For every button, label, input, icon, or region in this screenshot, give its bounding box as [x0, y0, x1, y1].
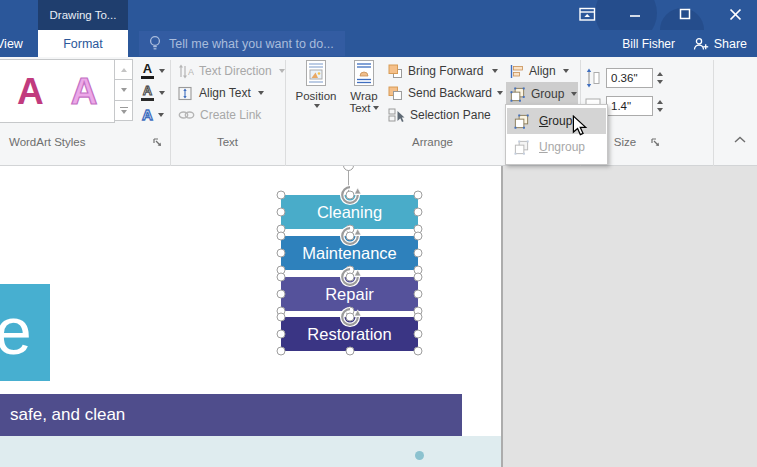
- rotate-handle-icon[interactable]: [339, 184, 361, 206]
- tab-format-active[interactable]: Format: [38, 30, 128, 57]
- rotate-handle-icon[interactable]: [339, 225, 361, 247]
- ribbon-display-options-button[interactable]: [567, 0, 607, 28]
- tell-me-box[interactable]: Tell me what you want to do...: [139, 31, 345, 56]
- selection-handle[interactable]: [414, 208, 423, 217]
- link-icon: [178, 109, 195, 121]
- text-fill-button[interactable]: A: [138, 61, 168, 81]
- wordart-style-gallery[interactable]: A A: [0, 59, 115, 123]
- gallery-more-button[interactable]: [114, 101, 133, 121]
- shape-height-icon: [584, 68, 602, 88]
- dropdown-caret: [158, 113, 164, 117]
- dropdown-caret: [314, 104, 320, 108]
- bring-forward-label: Bring Forward: [408, 64, 483, 78]
- tab-view[interactable]: View: [0, 30, 30, 57]
- group-button-label: Group: [531, 87, 564, 101]
- shape-height-input[interactable]: [606, 68, 653, 88]
- wordart-style-sample-1[interactable]: A: [17, 73, 44, 110]
- dropdown-caret: [497, 91, 503, 95]
- rotate-handle-icon[interactable]: [339, 266, 361, 288]
- selection-handle[interactable]: [277, 191, 286, 200]
- size-dialog-launcher[interactable]: [650, 137, 661, 148]
- selection-handle[interactable]: [414, 191, 423, 200]
- selection-handle[interactable]: [414, 313, 423, 322]
- selection-handle[interactable]: [277, 249, 286, 258]
- banner-shape[interactable]: safe, and clean: [0, 394, 462, 436]
- text-direction-button[interactable]: A Text Direction: [178, 62, 285, 80]
- menu-item-group-label: Group: [539, 114, 572, 128]
- bottom-strip-shape[interactable]: [0, 436, 501, 467]
- ungroup-objects-icon: [513, 139, 530, 156]
- selection-handle[interactable]: [345, 347, 354, 356]
- spin-up-icon[interactable]: [657, 100, 663, 104]
- dropdown-caret: [258, 91, 264, 95]
- minimize-button[interactable]: [615, 0, 655, 28]
- spin-down-icon[interactable]: [657, 80, 663, 84]
- document-area[interactable]: Cleaning Maintenance Repair R: [0, 166, 757, 467]
- selection-handle[interactable]: [414, 347, 423, 356]
- shape-maintenance[interactable]: Maintenance: [281, 236, 418, 270]
- shape-width-input[interactable]: [606, 96, 653, 116]
- selection-pane-button[interactable]: Selection Pane: [388, 106, 491, 124]
- mouse-cursor: [570, 115, 590, 137]
- bring-forward-button[interactable]: Bring Forward: [388, 62, 498, 80]
- selection-handle[interactable]: [277, 290, 286, 299]
- selection-handle[interactable]: [277, 347, 286, 356]
- selection-handle[interactable]: [277, 208, 286, 217]
- gallery-scroll-down-button[interactable]: [114, 80, 133, 100]
- dropdown-caret: [373, 106, 379, 110]
- close-button[interactable]: [715, 0, 755, 28]
- group-label-text: Text: [170, 136, 285, 148]
- up-arrow-icon: [121, 68, 127, 72]
- selection-handle[interactable]: [414, 290, 423, 299]
- send-backward-label: Send Backward: [408, 86, 492, 100]
- bring-forward-icon: [388, 64, 403, 79]
- shape-cleaning[interactable]: Cleaning: [281, 195, 418, 229]
- text-effects-button[interactable]: A: [138, 105, 168, 125]
- group-label-wordart-styles: WordArt Styles: [9, 136, 85, 148]
- word-window: Drawing To... V: [0, 0, 757, 467]
- text-outline-button[interactable]: A: [138, 83, 168, 103]
- contextual-tab-header[interactable]: Drawing To...: [38, 0, 128, 30]
- menu-item-ungroup-label: Ungroup: [539, 140, 585, 154]
- selection-handle[interactable]: [277, 330, 286, 339]
- position-button[interactable]: Position: [292, 59, 340, 123]
- share-button[interactable]: Share: [687, 30, 753, 57]
- tab-format-label: Format: [63, 37, 103, 51]
- spin-down-icon[interactable]: [657, 108, 663, 112]
- selection-handle[interactable]: [277, 313, 286, 322]
- align-text-button[interactable]: Align Text: [178, 84, 264, 102]
- selection-handle[interactable]: [414, 232, 423, 241]
- user-name[interactable]: Bill Fisher: [622, 30, 675, 57]
- spin-up-icon[interactable]: [657, 72, 663, 76]
- collapse-ribbon-icon[interactable]: [733, 135, 747, 145]
- wordart-style-sample-2[interactable]: A: [71, 73, 98, 110]
- group-button[interactable]: Group: [506, 82, 578, 106]
- menu-item-group[interactable]: Group: [507, 108, 606, 134]
- align-objects-icon: [509, 64, 524, 79]
- send-backward-button[interactable]: Send Backward: [388, 84, 503, 102]
- ribbon-tab-row: View Format Tell me what you want to do.…: [0, 30, 757, 57]
- menu-item-ungroup[interactable]: Ungroup: [507, 134, 606, 160]
- rotate-handle-icon[interactable]: [339, 306, 361, 328]
- down-arrow-icon: [121, 88, 127, 92]
- create-link-button[interactable]: Create Link: [178, 106, 261, 124]
- maximize-button[interactable]: [665, 0, 705, 28]
- wrap-text-button[interactable]: Wrap Text: [344, 59, 384, 123]
- wordart-fragment-box[interactable]: e: [0, 284, 50, 381]
- wordart-fragment-letter: e: [0, 291, 32, 371]
- more-styles-icon: [120, 107, 128, 109]
- width-spinner[interactable]: [654, 96, 666, 116]
- selection-handle[interactable]: [414, 273, 423, 282]
- selection-handle[interactable]: [277, 232, 286, 241]
- title-bar: Drawing To...: [0, 0, 757, 30]
- align-button[interactable]: Align: [509, 62, 569, 80]
- wordart-dialog-launcher[interactable]: [152, 137, 163, 148]
- gallery-scroll-up-button[interactable]: [114, 59, 133, 80]
- text-outline-icon: A: [141, 85, 154, 101]
- height-spinner[interactable]: [654, 68, 666, 88]
- selection-handle[interactable]: [414, 249, 423, 258]
- selection-handle[interactable]: [277, 273, 286, 282]
- wrap-text-label-line2: Text: [349, 102, 370, 114]
- shape-restoration[interactable]: Restoration: [281, 317, 418, 351]
- selection-handle[interactable]: [414, 330, 423, 339]
